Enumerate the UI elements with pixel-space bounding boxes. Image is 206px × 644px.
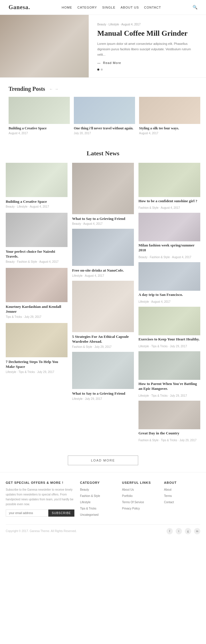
trending-item-3[interactable]: Styling a silk tee four ways. August 4, … [139, 97, 200, 135]
footer-about-terms[interactable]: Terms [164, 494, 172, 497]
news-card-title-right-1: How to be a confident sunshine girl ? [138, 199, 200, 204]
social-twitter-icon[interactable]: t [176, 528, 182, 534]
news-card-right-4[interactable]: Exercises to Keep Your Heart Healthy. Li… [138, 307, 200, 348]
nav-single[interactable]: Single [102, 6, 115, 9]
footer-cat-lifestyle[interactable]: Lifestyle [80, 501, 91, 504]
news-card-left-3[interactable]: Kourtney Kardashian and Kendall Jenner T… [6, 268, 68, 318]
footer-email-input[interactable] [6, 509, 48, 517]
trending-item-date-2: July 20, 2017 [74, 132, 135, 135]
social-facebook-icon[interactable]: f [167, 528, 173, 534]
news-card-center-4[interactable]: What to Say to a Grieving Friend Lifesty… [72, 352, 134, 400]
news-card-left-4[interactable]: 7 Decluttering Steps To Help You Make Sp… [6, 323, 68, 374]
news-card-img-right-6 [138, 401, 200, 429]
news-card-title-left-4: 7 Decluttering Steps To Help You Make Sp… [6, 360, 68, 369]
news-card-right-5[interactable]: How to Parent When You're Battling an Ep… [138, 351, 200, 397]
nav-contact[interactable]: Contact [144, 6, 161, 9]
news-card-img-left-4 [6, 323, 68, 357]
trending-grid: Building a Creative Space August 4, 2017… [9, 97, 200, 135]
trending-next-arrow[interactable]: → [55, 87, 58, 91]
trending-item-date-1: August 4, 2017 [9, 132, 70, 135]
social-google-icon[interactable]: g [185, 528, 191, 534]
social-linkedin-icon[interactable]: in [194, 528, 200, 534]
load-more-section: LOAD MORE [0, 449, 206, 472]
footer-subscribe-button[interactable]: SUBSCRIBE [48, 509, 74, 517]
news-card-right-6[interactable]: Great Day in the Country Fashion & Style… [138, 401, 200, 442]
news-card-center-2[interactable]: Free on-site drinks at NanoCofe. Lifesty… [72, 229, 134, 277]
news-card-img-left-2 [6, 213, 68, 247]
news-card-img-center-3 [72, 281, 134, 332]
trending-title: Trending Posts [9, 86, 45, 92]
news-card-title-center-2: Free on-site drinks at NanoCofe. [72, 268, 134, 273]
news-card-meta-center-1: Beauty · August 4, 2017 [72, 222, 134, 225]
footer-useful-links: About Us Portfolio Terms Of Service Priv… [122, 487, 159, 511]
trending-item-title-3: Styling a silk tee four ways. [139, 126, 200, 131]
news-card-right-2[interactable]: Milan fashion week spring/summer 2018 Be… [138, 213, 200, 259]
news-card-meta-right-5: Lifestyle · Tips & Tricks · July 29, 201… [138, 394, 200, 397]
hero-excerpt: Lorem ipsum dolor sit amet consectetur a… [97, 41, 197, 57]
news-card-right-3[interactable]: A day trip to San Francisco. Lifestyle ·… [138, 262, 200, 303]
trending-item-1[interactable]: Building a Creative Space August 4, 2017 [9, 97, 70, 135]
search-icon[interactable]: 🔍 [193, 5, 197, 10]
hero-dots [97, 69, 197, 71]
footer-cat-beauty[interactable]: Beauty [80, 488, 89, 491]
nav-about[interactable]: About Us [121, 6, 139, 9]
footer-cat-tips[interactable]: Tips & Tricks [80, 507, 96, 510]
hero-read-more-link[interactable]: Read More [97, 61, 197, 65]
news-card-left-2[interactable]: Your perfect choice for Nairobi Travels.… [6, 213, 68, 263]
footer-about-contact[interactable]: Contact [164, 501, 174, 504]
news-card-meta-center-3: Fashion & Style · July 29, 2017 [72, 345, 134, 348]
trending-item-2[interactable]: One thing i'll never travel without agai… [74, 97, 135, 135]
footer-about-links: About Terms Contact [164, 487, 200, 504]
footer-useful-terms[interactable]: Terms Of Service [122, 501, 144, 504]
news-card-meta-center-4: Lifestyle · July 29, 2017 [72, 397, 134, 400]
trending-item-title-2: One thing i'll never travel without agai… [74, 126, 135, 131]
footer-cat-fashion[interactable]: Fashion & Style [80, 494, 100, 497]
navigation: Ganesa. Home Category Single About Us Co… [0, 0, 206, 15]
news-card-title-left-3: Kourtney Kardashian and Kendall Jenner [6, 304, 68, 314]
news-card-meta-right-1: Fashion & Style · August 4, 2017 [138, 206, 200, 209]
footer-offers-text: Subscribe to the Ganesa newsletter to re… [6, 487, 74, 507]
footer-top: GET SPECIAL OFFERS & MORE ! Subscribe to… [6, 481, 200, 519]
footer-useful-title: USERFUL LINKS [122, 481, 159, 484]
news-card-title-right-4: Exercises to Keep Your Heart Healthy. [138, 337, 200, 342]
footer-category-col: CATEGORY Beauty Fashion & Style Lifestyl… [80, 481, 116, 519]
news-left-column: Building a Creative Space Beauty · Lifes… [6, 163, 68, 442]
hero-meta: Beauty · Lifestyle · August 4, 2017 [97, 23, 197, 26]
nav-home[interactable]: Home [62, 6, 72, 9]
footer-about-col: ABOUT About Terms Contact [164, 481, 200, 519]
news-card-img-right-5 [138, 351, 200, 380]
news-card-title-right-6: Great Day in the Country [138, 431, 200, 436]
news-card-right-1[interactable]: How to be a confident sunshine girl ? Fa… [138, 163, 200, 210]
news-card-meta-left-3: Tips & Tricks · July 29, 2017 [6, 315, 68, 318]
news-card-center-1[interactable]: What to Say to a Grieving Friend Beauty … [72, 163, 134, 226]
footer-cat-uncategorised[interactable]: Uncategorised [80, 513, 98, 516]
news-card-img-right-3 [138, 262, 200, 291]
news-card-left-1[interactable]: Building a Creative Space Beauty · Lifes… [6, 163, 68, 208]
news-card-img-left-3 [6, 268, 68, 302]
footer-offers-title: GET SPECIAL OFFERS & MORE ! [6, 481, 74, 484]
news-card-meta-center-2: Lifestyle · August 4, 2017 [72, 274, 134, 277]
nav-links: Home Category Single About Us Contact [62, 5, 161, 10]
nav-category[interactable]: Category [77, 6, 97, 9]
footer-category-links: Beauty Fashion & Style Lifestyle Tips & … [80, 487, 116, 517]
load-more-button[interactable]: LOAD MORE [68, 456, 138, 465]
hero-dot-2[interactable] [101, 69, 103, 71]
footer-subscribe-form: SUBSCRIBE [6, 509, 74, 517]
footer-useful-privacy[interactable]: Privacy Policy [122, 507, 140, 510]
news-card-meta-left-2: Beauty · Fashion & Style · August 4, 201… [6, 260, 68, 263]
latest-news-section: Latest News Building a Creative Space Be… [0, 143, 206, 449]
trending-prev-arrow[interactable]: ← [49, 87, 53, 91]
news-card-center-3[interactable]: 5 Strategies For An Ethical Capsule Ward… [72, 281, 134, 348]
hero-dot-1[interactable] [97, 69, 99, 71]
news-card-img-center-1 [72, 163, 134, 214]
trending-arrows: ← → [49, 87, 58, 91]
footer-bottom: Copyright © 2017. Ganesa Theme. All Righ… [6, 524, 200, 534]
hero-title: Manual Coffee Mill Grinder [97, 29, 197, 38]
news-center-column: What to Say to a Grieving Friend Beauty … [72, 163, 134, 442]
news-card-meta-right-6: Fashion & Style · Tips & Tricks · July 2… [138, 439, 200, 442]
footer-useful-about[interactable]: About Us [122, 488, 134, 491]
news-card-meta-right-4: Lifestyle · Tips & Tricks · July 29, 201… [138, 345, 200, 348]
footer-useful-portfolio[interactable]: Portfolio [122, 494, 133, 497]
trending-item-date-3: August 4, 2017 [139, 132, 200, 135]
footer-about-about[interactable]: About [164, 488, 171, 491]
